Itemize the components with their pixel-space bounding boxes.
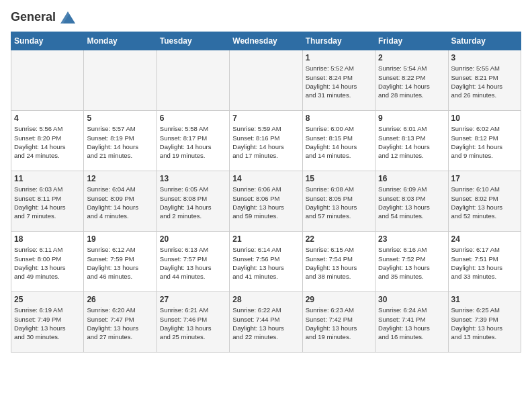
day-number: 18 bbox=[14, 234, 81, 244]
day-info: Sunrise: 6:02 AM Sunset: 8:12 PM Dayligh… bbox=[451, 124, 518, 160]
day-info: Sunrise: 5:52 AM Sunset: 8:24 PM Dayligh… bbox=[306, 64, 372, 99]
logo: General bbox=[11, 11, 75, 24]
calendar-cell: 27Sunrise: 6:21 AM Sunset: 7:46 PM Dayli… bbox=[157, 292, 229, 353]
day-number: 16 bbox=[378, 174, 445, 183]
day-number: 8 bbox=[306, 113, 372, 123]
calendar-cell: 22Sunrise: 6:15 AM Sunset: 7:54 PM Dayli… bbox=[302, 232, 375, 292]
calendar-cell: 20Sunrise: 6:13 AM Sunset: 7:57 PM Dayli… bbox=[157, 232, 229, 292]
calendar-cell: 5Sunrise: 5:57 AM Sunset: 8:19 PM Daylig… bbox=[84, 111, 157, 171]
calendar-cell: 16Sunrise: 6:09 AM Sunset: 8:03 PM Dayli… bbox=[375, 171, 448, 232]
day-number: 19 bbox=[87, 234, 153, 244]
calendar-cell: 19Sunrise: 6:12 AM Sunset: 7:59 PM Dayli… bbox=[84, 232, 157, 292]
calendar-cell: 9Sunrise: 6:01 AM Sunset: 8:13 PM Daylig… bbox=[375, 111, 448, 171]
day-info: Sunrise: 5:57 AM Sunset: 8:19 PM Dayligh… bbox=[87, 124, 153, 160]
weekday-header-saturday: Saturday bbox=[448, 32, 521, 50]
weekday-header-friday: Friday bbox=[375, 32, 448, 50]
calendar-cell: 15Sunrise: 6:08 AM Sunset: 8:05 PM Dayli… bbox=[302, 171, 375, 232]
day-number: 15 bbox=[306, 174, 372, 183]
day-info: Sunrise: 6:08 AM Sunset: 8:05 PM Dayligh… bbox=[306, 185, 372, 220]
day-number: 23 bbox=[378, 234, 445, 244]
day-number: 13 bbox=[160, 174, 226, 183]
day-info: Sunrise: 5:59 AM Sunset: 8:16 PM Dayligh… bbox=[232, 124, 299, 160]
day-number: 30 bbox=[378, 295, 445, 304]
day-number: 24 bbox=[451, 234, 518, 244]
day-number: 14 bbox=[232, 174, 299, 183]
calendar-cell: 4Sunrise: 5:56 AM Sunset: 8:20 PM Daylig… bbox=[11, 111, 84, 171]
day-info: Sunrise: 6:25 AM Sunset: 7:39 PM Dayligh… bbox=[451, 306, 518, 341]
calendar-cell: 7Sunrise: 5:59 AM Sunset: 8:16 PM Daylig… bbox=[230, 111, 302, 171]
day-info: Sunrise: 6:05 AM Sunset: 8:08 PM Dayligh… bbox=[160, 185, 226, 220]
day-info: Sunrise: 6:00 AM Sunset: 8:15 PM Dayligh… bbox=[306, 124, 372, 160]
day-number: 4 bbox=[14, 113, 81, 123]
calendar-cell: 26Sunrise: 6:20 AM Sunset: 7:47 PM Dayli… bbox=[84, 292, 157, 353]
calendar-cell: 1Sunrise: 5:52 AM Sunset: 8:24 PM Daylig… bbox=[302, 50, 375, 111]
calendar-cell: 30Sunrise: 6:24 AM Sunset: 7:41 PM Dayli… bbox=[375, 292, 448, 353]
day-info: Sunrise: 6:06 AM Sunset: 8:06 PM Dayligh… bbox=[232, 185, 299, 220]
day-info: Sunrise: 6:24 AM Sunset: 7:41 PM Dayligh… bbox=[378, 306, 445, 341]
logo-icon bbox=[60, 11, 75, 24]
calendar-cell bbox=[157, 50, 229, 111]
day-number: 3 bbox=[451, 53, 518, 62]
calendar-cell bbox=[230, 50, 302, 111]
calendar-cell: 28Sunrise: 6:22 AM Sunset: 7:44 PM Dayli… bbox=[230, 292, 302, 353]
day-info: Sunrise: 6:17 AM Sunset: 7:51 PM Dayligh… bbox=[451, 245, 518, 281]
calendar-week-4: 18Sunrise: 6:11 AM Sunset: 8:00 PM Dayli… bbox=[11, 232, 521, 292]
calendar-cell: 18Sunrise: 6:11 AM Sunset: 8:00 PM Dayli… bbox=[11, 232, 84, 292]
calendar-week-1: 1Sunrise: 5:52 AM Sunset: 8:24 PM Daylig… bbox=[11, 50, 521, 111]
day-info: Sunrise: 6:15 AM Sunset: 7:54 PM Dayligh… bbox=[306, 245, 372, 281]
calendar-cell: 12Sunrise: 6:04 AM Sunset: 8:09 PM Dayli… bbox=[84, 171, 157, 232]
day-info: Sunrise: 6:20 AM Sunset: 7:47 PM Dayligh… bbox=[87, 306, 153, 341]
weekday-header-row: SundayMondayTuesdayWednesdayThursdayFrid… bbox=[11, 32, 521, 50]
day-info: Sunrise: 6:03 AM Sunset: 8:11 PM Dayligh… bbox=[14, 185, 81, 220]
calendar-cell bbox=[84, 50, 157, 111]
calendar-cell: 13Sunrise: 6:05 AM Sunset: 8:08 PM Dayli… bbox=[157, 171, 229, 232]
day-info: Sunrise: 6:12 AM Sunset: 7:59 PM Dayligh… bbox=[87, 245, 153, 281]
day-info: Sunrise: 6:22 AM Sunset: 7:44 PM Dayligh… bbox=[232, 306, 299, 341]
calendar-cell: 29Sunrise: 6:23 AM Sunset: 7:42 PM Dayli… bbox=[302, 292, 375, 353]
day-number: 11 bbox=[14, 174, 81, 183]
day-number: 31 bbox=[451, 295, 518, 304]
day-number: 1 bbox=[306, 53, 372, 62]
calendar-cell: 21Sunrise: 6:14 AM Sunset: 7:56 PM Dayli… bbox=[230, 232, 302, 292]
calendar-cell: 14Sunrise: 6:06 AM Sunset: 8:06 PM Dayli… bbox=[230, 171, 302, 232]
day-number: 6 bbox=[160, 113, 226, 123]
day-number: 29 bbox=[306, 295, 372, 304]
calendar-cell: 25Sunrise: 6:19 AM Sunset: 7:49 PM Dayli… bbox=[11, 292, 84, 353]
day-info: Sunrise: 5:58 AM Sunset: 8:17 PM Dayligh… bbox=[160, 124, 226, 160]
calendar-cell: 8Sunrise: 6:00 AM Sunset: 8:15 PM Daylig… bbox=[302, 111, 375, 171]
calendar-header: SundayMondayTuesdayWednesdayThursdayFrid… bbox=[11, 32, 521, 50]
weekday-header-monday: Monday bbox=[84, 32, 157, 50]
day-number: 2 bbox=[378, 53, 445, 62]
day-number: 22 bbox=[306, 234, 372, 244]
day-number: 20 bbox=[160, 234, 226, 244]
calendar-cell: 6Sunrise: 5:58 AM Sunset: 8:17 PM Daylig… bbox=[157, 111, 229, 171]
day-number: 12 bbox=[87, 174, 153, 183]
day-info: Sunrise: 6:16 AM Sunset: 7:52 PM Dayligh… bbox=[378, 245, 445, 281]
day-number: 5 bbox=[87, 113, 153, 123]
day-number: 27 bbox=[160, 295, 226, 304]
calendar-cell: 17Sunrise: 6:10 AM Sunset: 8:02 PM Dayli… bbox=[448, 171, 521, 232]
day-number: 10 bbox=[451, 113, 518, 123]
day-info: Sunrise: 6:23 AM Sunset: 7:42 PM Dayligh… bbox=[306, 306, 372, 341]
calendar-cell: 23Sunrise: 6:16 AM Sunset: 7:52 PM Dayli… bbox=[375, 232, 448, 292]
weekday-header-wednesday: Wednesday bbox=[230, 32, 302, 50]
calendar-table: SundayMondayTuesdayWednesdayThursdayFrid… bbox=[11, 32, 521, 353]
day-number: 21 bbox=[232, 234, 299, 244]
day-number: 9 bbox=[378, 113, 445, 123]
calendar-cell: 3Sunrise: 5:55 AM Sunset: 8:21 PM Daylig… bbox=[448, 50, 521, 111]
weekday-header-thursday: Thursday bbox=[302, 32, 375, 50]
day-number: 28 bbox=[232, 295, 299, 304]
weekday-header-sunday: Sunday bbox=[11, 32, 84, 50]
day-info: Sunrise: 5:54 AM Sunset: 8:22 PM Dayligh… bbox=[378, 64, 445, 99]
day-info: Sunrise: 6:01 AM Sunset: 8:13 PM Dayligh… bbox=[378, 124, 445, 160]
weekday-header-tuesday: Tuesday bbox=[157, 32, 229, 50]
day-info: Sunrise: 5:56 AM Sunset: 8:20 PM Dayligh… bbox=[14, 124, 81, 160]
day-info: Sunrise: 6:04 AM Sunset: 8:09 PM Dayligh… bbox=[87, 185, 153, 220]
day-info: Sunrise: 6:13 AM Sunset: 7:57 PM Dayligh… bbox=[160, 245, 226, 281]
day-info: Sunrise: 6:19 AM Sunset: 7:49 PM Dayligh… bbox=[14, 306, 81, 341]
calendar-cell bbox=[11, 50, 84, 111]
day-number: 26 bbox=[87, 295, 153, 304]
calendar-cell: 24Sunrise: 6:17 AM Sunset: 7:51 PM Dayli… bbox=[448, 232, 521, 292]
calendar-body: 1Sunrise: 5:52 AM Sunset: 8:24 PM Daylig… bbox=[11, 50, 521, 353]
calendar-cell: 31Sunrise: 6:25 AM Sunset: 7:39 PM Dayli… bbox=[448, 292, 521, 353]
